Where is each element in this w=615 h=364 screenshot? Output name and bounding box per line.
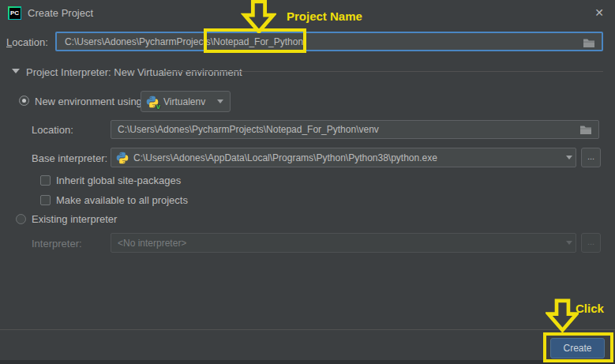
base-interpreter-chevron-icon <box>566 156 572 159</box>
annotation-project-name-label: Project Name <box>287 9 362 23</box>
create-project-dialog: { "colors": { "annotation_yellow": "#F0D… <box>0 0 615 364</box>
browse-folder-icon[interactable] <box>583 38 595 48</box>
radio-existing-interpreter[interactable] <box>16 214 26 224</box>
location-path-prefix: C:\Users\Adones\PycharmProjects\ <box>65 36 213 47</box>
inherit-site-packages-label: Inherit global site-packages <box>56 174 181 186</box>
interpreter-section-title: Project Interpreter: New Virtualenv envi… <box>26 66 242 78</box>
close-icon[interactable]: ✕ <box>591 4 608 21</box>
venv-location-input[interactable]: C:\Users\Adones\PycharmProjects\Notepad_… <box>111 120 599 139</box>
interpreter-browse-button: ... <box>581 233 601 253</box>
environment-type-dropdown[interactable]: v Virtualenv <box>141 91 231 112</box>
section-divider <box>163 71 603 72</box>
base-interpreter-label: Base interpreter: <box>32 152 107 164</box>
python-icon <box>116 152 129 164</box>
location-input[interactable]: C:\Users\Adones\PycharmProjects\Notepad_… <box>55 32 603 51</box>
base-interpreter-browse-button[interactable]: ... <box>581 148 601 167</box>
window-bottom-edge <box>0 360 615 364</box>
footer-divider <box>0 329 615 330</box>
interpreter-value: <No interpreter> <box>118 238 186 249</box>
existing-interpreter-label: Existing interpreter <box>32 213 117 225</box>
environment-type-value: Virtualenv <box>163 96 205 107</box>
new-environment-label: New environment using <box>35 96 142 107</box>
venv-location-label: Location: <box>32 124 73 136</box>
virtualenv-python-icon: v <box>146 96 159 108</box>
collapse-triangle-icon[interactable] <box>12 69 20 73</box>
location-project-name: Notepad_For_Python <box>213 36 303 47</box>
pycharm-icon: PC <box>8 6 21 20</box>
base-interpreter-dropdown[interactable]: C:\Users\Adones\AppData\Local\Programs\P… <box>111 148 576 167</box>
create-button[interactable]: Create <box>550 338 605 358</box>
venv-location-value: C:\Users\Adones\PycharmProjects\Notepad_… <box>118 124 379 135</box>
annotation-arrow-project-name <box>241 0 276 33</box>
annotation-click-label: Click <box>576 302 604 315</box>
radio-new-environment[interactable] <box>19 96 29 106</box>
dialog-title: Create Project <box>28 7 93 19</box>
location-label: Location: <box>6 36 48 48</box>
annotation-arrow-click <box>546 298 579 333</box>
venv-browse-folder-icon[interactable] <box>579 125 592 135</box>
chevron-down-icon <box>217 99 223 103</box>
interpreter-chevron-icon <box>566 241 572 245</box>
base-interpreter-value: C:\Users\Adones\AppData\Local\Programs\P… <box>133 152 437 163</box>
interpreter-label: Interpreter: <box>32 238 82 250</box>
checkbox-make-available[interactable] <box>40 195 51 205</box>
interpreter-dropdown: <No interpreter> <box>111 233 576 253</box>
make-available-label: Make available to all projects <box>56 194 188 206</box>
checkbox-inherit-site-packages[interactable] <box>40 175 51 186</box>
